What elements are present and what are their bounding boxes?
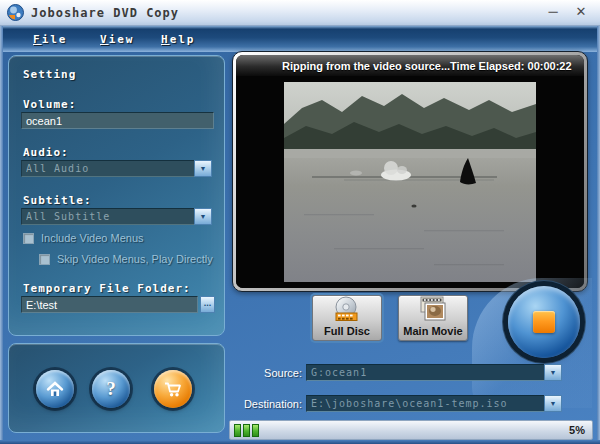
- chevron-down-icon[interactable]: ▼: [544, 364, 562, 381]
- volume-input[interactable]: [21, 112, 214, 129]
- subtitle-select[interactable]: All Subtitle ▼: [21, 208, 212, 225]
- ripping-status-text: Ripping from the video source...: [282, 60, 450, 72]
- chevron-down-icon[interactable]: ▼: [194, 160, 212, 177]
- buy-button[interactable]: [154, 370, 192, 408]
- skip-video-menus-label: Skip Video Menus, Play Directly: [57, 253, 213, 265]
- destination-select[interactable]: E:\joboshare\ocean1-temp.iso ▼: [306, 395, 562, 412]
- progress-percent: 5%: [569, 424, 585, 436]
- menu-help[interactable]: Help: [161, 26, 196, 52]
- home-icon: [45, 380, 65, 398]
- disc-icon: [332, 296, 362, 324]
- temp-folder-input[interactable]: [21, 296, 198, 313]
- film-icon: [418, 296, 448, 324]
- footer-panel: ?: [8, 343, 225, 433]
- browse-button[interactable]: ...: [200, 296, 215, 313]
- full-disc-button[interactable]: Full Disc: [312, 295, 382, 341]
- menu-view[interactable]: View: [100, 26, 135, 52]
- main-movie-button[interactable]: Main Movie: [398, 295, 468, 341]
- skip-video-menus-checkbox[interactable]: [39, 254, 50, 265]
- stop-icon: [533, 311, 555, 333]
- audio-label: Audio:: [23, 146, 69, 159]
- minimize-button[interactable]: ─: [542, 3, 564, 21]
- menu-file[interactable]: File: [33, 26, 68, 52]
- cart-icon: [163, 380, 183, 399]
- settings-heading: Setting: [23, 68, 76, 81]
- video-still-ocean-scene: [284, 82, 536, 282]
- audio-select[interactable]: All Audio ▼: [21, 160, 212, 177]
- subtitle-label: Subtitle:: [23, 194, 92, 207]
- progress-status-bar: 5%: [229, 420, 593, 440]
- video-preview: Ripping from the video source... Time El…: [236, 55, 584, 288]
- chevron-down-icon[interactable]: ▼: [544, 395, 562, 412]
- full-disc-label: Full Disc: [324, 325, 370, 337]
- progress-blocks: [234, 424, 259, 437]
- window-border-left: [0, 26, 3, 444]
- temp-folder-label: Temporary File Folder:: [23, 282, 191, 295]
- title-bar: Joboshare DVD Copy ─ ✕: [0, 0, 600, 26]
- window-title: Joboshare DVD Copy: [31, 6, 179, 20]
- chevron-down-icon[interactable]: ▼: [194, 208, 212, 225]
- settings-panel: Setting Volume: Audio: All Audio ▼ Subti…: [8, 55, 225, 336]
- source-label: Source:: [222, 367, 302, 379]
- menu-bar: File View Help: [3, 26, 597, 52]
- app-icon: [7, 4, 24, 21]
- video-preview-frame: Ripping from the video source... Time El…: [232, 51, 588, 292]
- stop-button[interactable]: [508, 286, 580, 358]
- close-button[interactable]: ✕: [570, 3, 592, 21]
- app-window: Joboshare DVD Copy ─ ✕ File View Help Se…: [0, 0, 600, 444]
- include-video-menus-label: Include Video Menus: [41, 232, 144, 244]
- help-button[interactable]: ?: [92, 370, 130, 408]
- destination-label: Destination:: [222, 398, 302, 410]
- volume-label: Volume:: [23, 98, 76, 111]
- main-movie-label: Main Movie: [403, 325, 462, 337]
- window-border-bottom: [0, 440, 600, 444]
- video-area: [236, 76, 584, 288]
- include-video-menus-checkbox[interactable]: [23, 233, 34, 244]
- preview-status-bar: Ripping from the video source... Time El…: [236, 55, 584, 76]
- time-elapsed: Time Elapsed: 00:00:22: [450, 60, 571, 72]
- source-select[interactable]: G:ocean1 ▼: [306, 364, 562, 381]
- help-icon: ?: [106, 378, 116, 400]
- home-button[interactable]: [36, 370, 74, 408]
